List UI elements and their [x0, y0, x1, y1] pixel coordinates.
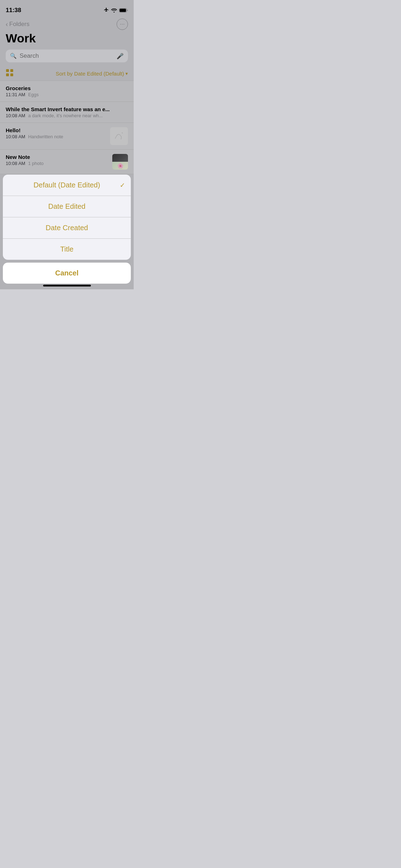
cancel-action-sheet: Cancel	[3, 263, 131, 284]
sort-option-date-created-label: Date Created	[46, 224, 88, 232]
sort-option-title[interactable]: Title	[3, 238, 131, 260]
sort-option-date-edited-label: Date Edited	[48, 202, 86, 211]
cancel-button[interactable]: Cancel	[3, 263, 131, 284]
sort-option-date-edited[interactable]: Date Edited	[3, 196, 131, 217]
cancel-label: Cancel	[55, 269, 79, 277]
home-indicator	[43, 285, 91, 286]
sort-option-date-created[interactable]: Date Created	[3, 217, 131, 238]
sort-action-sheet: Default (Date Edited) ✓ Date Edited Date…	[3, 175, 131, 260]
sort-option-default-label: Default (Date Edited)	[34, 181, 100, 189]
action-sheet-container: Default (Date Edited) ✓ Date Edited Date…	[0, 175, 134, 289]
sort-option-default[interactable]: Default (Date Edited) ✓	[3, 175, 131, 196]
checkmark-icon: ✓	[120, 181, 125, 189]
sort-option-title-label: Title	[60, 245, 73, 253]
